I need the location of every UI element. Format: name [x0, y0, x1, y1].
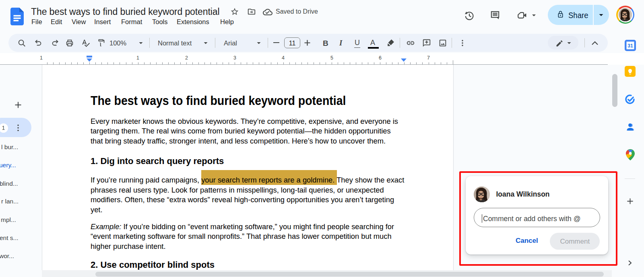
- svg-text:31: 31: [627, 43, 633, 49]
